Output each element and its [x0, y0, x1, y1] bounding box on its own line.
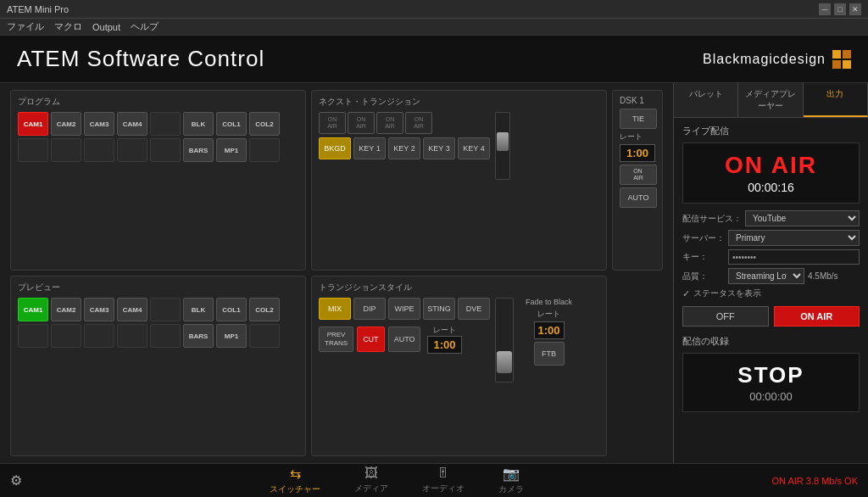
program-cam2[interactable]: CAM2	[51, 112, 81, 136]
program-r2-1[interactable]	[18, 138, 48, 162]
program-col2[interactable]: COL2	[249, 112, 280, 136]
service-select[interactable]: YouTube	[745, 210, 860, 226]
close-button[interactable]: ✕	[849, 3, 861, 15]
prev-r2-5[interactable]	[150, 324, 181, 348]
tab-media-player[interactable]: メディアプレーヤー	[738, 83, 803, 117]
key-key1[interactable]: KEY 1	[353, 137, 386, 159]
onair-button[interactable]: ON AIR	[774, 306, 860, 327]
big-trans-slider[interactable]	[495, 298, 514, 383]
key-input[interactable]	[728, 249, 860, 265]
service-row: 配信サービス： YouTube	[682, 210, 860, 226]
camera-icon: 📷	[503, 466, 520, 482]
prev-r2-8[interactable]	[249, 324, 280, 348]
key-key3[interactable]: KEY 3	[423, 137, 455, 159]
prev-r2-1[interactable]	[18, 324, 48, 348]
switcher-icon: ⇆	[290, 466, 301, 482]
logo-sq-1	[832, 50, 841, 59]
next-trans-content: ONAIR ONAIR ONAIR ONAIR BKGD KEY 1 KEY 2…	[319, 112, 599, 180]
auto-btn[interactable]: AUTO	[388, 327, 421, 352]
quality-select[interactable]: Streaming Low Streaming Medium Streaming…	[728, 268, 804, 284]
prev-trans-btn[interactable]: PREVTRANS	[319, 327, 353, 352]
maximize-button[interactable]: □	[834, 3, 846, 15]
ftb-rate-container: レート 1:00	[534, 309, 565, 339]
preview-blk[interactable]: BLK	[183, 298, 214, 321]
program-col1[interactable]: COL1	[216, 112, 247, 136]
onair-display: ON AIR 00:00:16	[682, 142, 860, 204]
action-buttons: OFF ON AIR	[682, 306, 860, 327]
program-cam3[interactable]: CAM3	[84, 112, 114, 136]
dsk1-rate-value: 1:00	[622, 147, 653, 159]
ftb-button[interactable]: FTB	[534, 342, 565, 366]
tstyle-sting[interactable]: STING	[423, 298, 455, 320]
program-mp1[interactable]: MP1	[216, 138, 247, 162]
tab-camera[interactable]: 📷 カメラ	[492, 462, 531, 497]
preview-row1: CAM1 CAM2 CAM3 CAM4 BLK COL1 COL2	[18, 298, 298, 321]
dsk1-auto[interactable]: AUTO	[620, 187, 657, 208]
preview-section: プレビュー CAM1 CAM2 CAM3 CAM4 BLK COL1 COL2	[10, 276, 306, 456]
prev-r2-4[interactable]	[117, 324, 147, 348]
program-r2-5[interactable]	[150, 138, 181, 162]
onair-btn-4[interactable]: ONAIR	[405, 112, 432, 134]
preview-cam5[interactable]	[150, 298, 181, 321]
logo-sq-3	[832, 60, 841, 69]
program-blk[interactable]: BLK	[183, 112, 214, 136]
fade-to-black-label: Fade to Black	[526, 298, 572, 306]
key-bkgd[interactable]: BKGD	[319, 137, 351, 159]
tab-palette[interactable]: パレット	[674, 83, 738, 117]
cut-btn[interactable]: CUT	[357, 327, 385, 352]
dsk1-tie[interactable]: TIE	[620, 109, 657, 129]
trans-style-content: MIX DIP WIPE STING DVE PREVTRANS CUT AUT…	[319, 298, 599, 383]
menu-file[interactable]: ファイル	[7, 20, 44, 33]
onair-btn-3[interactable]: ONAIR	[376, 112, 403, 134]
menu-help[interactable]: ヘルプ	[131, 20, 159, 33]
tstyle-mix[interactable]: MIX	[319, 298, 351, 320]
program-r2-2[interactable]	[51, 138, 81, 162]
tstyle-dip[interactable]: DIP	[353, 298, 386, 320]
tab-switcher[interactable]: ⇆ スイッチャー	[263, 462, 327, 497]
menu-macro[interactable]: マクロ	[54, 20, 82, 33]
program-bars[interactable]: BARS	[183, 138, 214, 162]
preview-cam2[interactable]: CAM2	[51, 298, 81, 321]
server-select[interactable]: Primary	[728, 230, 860, 246]
tstyle-wipe[interactable]: WIPE	[388, 298, 420, 320]
preview-cam1[interactable]: CAM1	[18, 298, 48, 321]
dsk1-onair[interactable]: ONAIR	[620, 165, 657, 185]
trans-rate-label: レート	[433, 325, 456, 336]
program-r2-3[interactable]	[84, 138, 114, 162]
tab-media-label: メディア	[354, 483, 388, 494]
program-cam1[interactable]: CAM1	[18, 112, 48, 136]
gear-icon[interactable]: ⚙	[10, 472, 22, 489]
preview-cam4[interactable]: CAM4	[117, 298, 147, 321]
trans-rate-num: 1:00	[433, 338, 455, 351]
server-label: サーバー：	[682, 232, 725, 244]
program-cam5[interactable]	[150, 112, 181, 136]
prev-r2-3[interactable]	[84, 324, 114, 348]
program-row1: CAM1 CAM2 CAM3 CAM4 BLK COL1 COL2	[18, 112, 298, 136]
quality-label: 品質：	[682, 271, 725, 282]
app-header: ATEM Software Control Blackmagicdesign	[0, 36, 868, 83]
preview-cam3[interactable]: CAM3	[84, 298, 114, 321]
preview-bars[interactable]: BARS	[183, 324, 214, 348]
preview-col2[interactable]: COL2	[249, 298, 280, 321]
onair-btn-1[interactable]: ONAIR	[319, 112, 346, 134]
dsk1-rate-label: レート	[620, 131, 655, 142]
menu-output[interactable]: Output	[92, 22, 120, 32]
trans-slider[interactable]	[495, 112, 510, 180]
tab-output[interactable]: 出力	[804, 83, 868, 117]
preview-col1[interactable]: COL1	[216, 298, 247, 321]
tab-media[interactable]: 🖼 メディア	[348, 462, 395, 497]
program-r2-4[interactable]	[117, 138, 147, 162]
key-key2[interactable]: KEY 2	[388, 137, 420, 159]
program-cam4[interactable]: CAM4	[117, 112, 147, 136]
preview-mp1[interactable]: MP1	[216, 324, 247, 348]
off-button[interactable]: OFF	[682, 306, 769, 327]
tstyle-dve[interactable]: DVE	[458, 298, 490, 320]
minimize-button[interactable]: ─	[819, 3, 831, 15]
prev-r2-2[interactable]	[51, 324, 81, 348]
bitrate-text: 4.5Mb/s	[808, 271, 838, 281]
program-r2-8[interactable]	[249, 138, 280, 162]
onair-btn-2[interactable]: ONAIR	[348, 112, 375, 134]
dsk1-section: DSK 1 TIE レート 1:00 ONAIR AUTO	[612, 90, 663, 271]
key-key4[interactable]: KEY 4	[458, 137, 490, 159]
tab-audio[interactable]: 🎚 オーディオ	[415, 462, 471, 497]
